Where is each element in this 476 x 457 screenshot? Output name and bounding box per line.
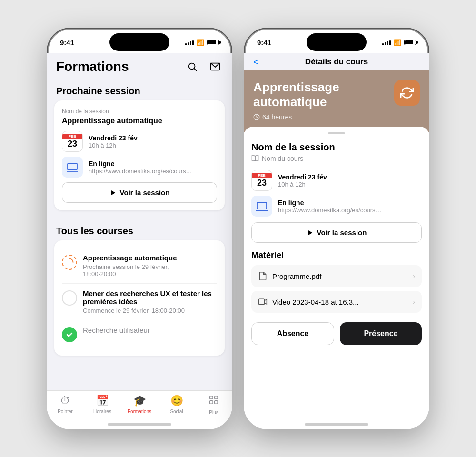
tab-plus[interactable]: Plus [195, 395, 232, 415]
detail-view-session-button[interactable]: Voir la session [251, 222, 422, 243]
course-icon-active [62, 255, 77, 270]
course-item-1[interactable]: Apprentissage automatique Prochaine sess… [62, 248, 217, 284]
mode-label: En ligne [89, 160, 193, 168]
presence-label: Présence [364, 329, 397, 338]
svg-rect-3 [68, 163, 77, 170]
material-item-1[interactable]: Programme.pdf › [251, 265, 422, 287]
book-icon [251, 155, 259, 162]
sheet-handle [328, 132, 345, 134]
phone-1: 9:41 📶 Formations [47, 28, 232, 429]
detail-play-icon [307, 229, 313, 236]
hero-icon [394, 80, 420, 106]
svg-point-0 [189, 63, 195, 70]
material-item-2[interactable]: Video 2023-04-18 at 16.3... › [251, 291, 422, 313]
tab-horaires-label: Horaires [93, 409, 111, 414]
calendar-month: FEB [62, 134, 82, 139]
duration-text: 64 heures [262, 113, 292, 121]
home-indicator [108, 423, 171, 426]
tab-pointer-label: Pointer [58, 409, 73, 414]
loading-icon [65, 258, 74, 267]
course-item-3[interactable]: Recherche utilisateur [62, 320, 217, 348]
plus-icon [208, 395, 219, 408]
course-text-2: Mener des recherches UX et tester les pr… [83, 289, 217, 314]
clock-icon [253, 114, 260, 120]
course-name-1: Apprentissage automatique [83, 254, 177, 262]
detail-online-info: En ligne https://www.domestika.org/es/co… [278, 199, 383, 214]
signal-bar-2-3 [387, 41, 388, 45]
battery-fill-2 [405, 40, 413, 44]
chevron-icon-2: › [413, 298, 415, 306]
battery-icon [207, 40, 219, 45]
course-name-3: Recherche utilisateur [83, 326, 150, 334]
grid-icon [208, 395, 219, 405]
status-time: 9:41 [60, 39, 74, 47]
date-text: Vendredi 23 fév [89, 134, 138, 142]
signal-bar-1 [185, 43, 187, 45]
time-text: 10h à 12h [89, 142, 138, 149]
signal-bar-2-4 [389, 40, 391, 45]
presence-button[interactable]: Présence [340, 322, 422, 345]
svg-marker-5 [111, 190, 115, 195]
phone2-content: < Détails du cours Apprentissage automat… [244, 53, 429, 429]
material-section-title: Matériel [251, 250, 422, 260]
signal-bar-2-2 [385, 42, 386, 45]
all-courses-header: Tous les courses [47, 218, 232, 240]
date-row: FEB 23 Vendredi 23 fév 10h à 12h [62, 131, 217, 152]
course-item-2[interactable]: Mener des recherches UX et tester les pr… [62, 284, 217, 320]
status-icons-2: 📶 [382, 39, 416, 46]
detail-online-row: En ligne https://www.domestika.org/es/co… [251, 196, 422, 217]
signal-bar-3 [190, 41, 191, 45]
nav-title: Détails du cours [305, 57, 368, 67]
svg-rect-9 [215, 401, 218, 404]
next-session-header: Prochaine session [47, 78, 232, 100]
online-badge [62, 157, 83, 178]
detail-session-btn-label: Voir la session [317, 228, 367, 237]
detail-date-row: FEB 23 Vendredi 23 fév 10h à 12h [251, 170, 422, 191]
detail-hero: Apprentissage automatique 64 heures [244, 70, 429, 132]
battery-icon-2 [404, 40, 416, 45]
status-time-2: 9:41 [257, 39, 271, 47]
wifi-icon: 📶 [197, 39, 204, 46]
play-icon [109, 189, 116, 196]
date-info: Vendredi 23 fév 10h à 12h [89, 134, 138, 149]
course-meta-2: Commence le 29 février, 18:00-20:00 [83, 307, 217, 314]
view-session-button[interactable]: Voir la session [62, 182, 217, 203]
svg-rect-11 [257, 202, 267, 209]
absence-label: Absence [277, 329, 309, 338]
scrollable-content: Formations [47, 53, 232, 429]
signal-bar-2 [188, 42, 189, 45]
tab-formations[interactable]: 🎓 Formations [121, 395, 158, 414]
session-label: Nom de la session [62, 108, 217, 115]
tab-pointer[interactable]: ⏱ Pointer [47, 395, 84, 414]
laptop-icon [67, 161, 78, 173]
tab-social-label: Social [170, 409, 183, 414]
search-icon [187, 61, 198, 72]
detail-laptop-icon [256, 200, 268, 212]
tab-horaires[interactable]: 📅 Horaires [84, 395, 121, 414]
home-indicator-2 [305, 423, 368, 426]
material-name-1: Programme.pdf [272, 272, 321, 280]
svg-rect-7 [215, 396, 218, 399]
detail-nav: < Détails du cours [244, 53, 429, 70]
pointer-icon: ⏱ [60, 395, 70, 407]
checkmark-icon [66, 331, 73, 338]
online-info: En ligne https://www.domestika.org/es/co… [89, 160, 193, 175]
back-button[interactable]: < [253, 57, 259, 68]
next-session-card: Nom de la session Apprentissage automati… [54, 100, 225, 210]
search-button[interactable] [185, 59, 200, 74]
calendar-badge: FEB 23 [62, 131, 83, 152]
absence-button[interactable]: Absence [251, 322, 334, 345]
svg-rect-8 [210, 401, 213, 404]
mail-icon [210, 61, 220, 72]
tab-social[interactable]: 😊 Social [158, 395, 195, 414]
signal-bars-icon [185, 40, 194, 45]
screen-header: Formations [47, 53, 232, 78]
hero-duration: 64 heures [253, 113, 394, 121]
view-session-label: Voir la session [120, 189, 170, 197]
course-text-1: Apprentissage automatique Prochaine sess… [83, 254, 177, 278]
tab-formations-label: Formations [128, 409, 151, 414]
phone-2: 9:41 📶 < Détails du cours [244, 28, 429, 429]
material-left-2: Video 2023-04-18 at 16.3... [258, 297, 359, 307]
course-icon-inactive [62, 290, 77, 306]
mail-button[interactable] [208, 59, 223, 74]
